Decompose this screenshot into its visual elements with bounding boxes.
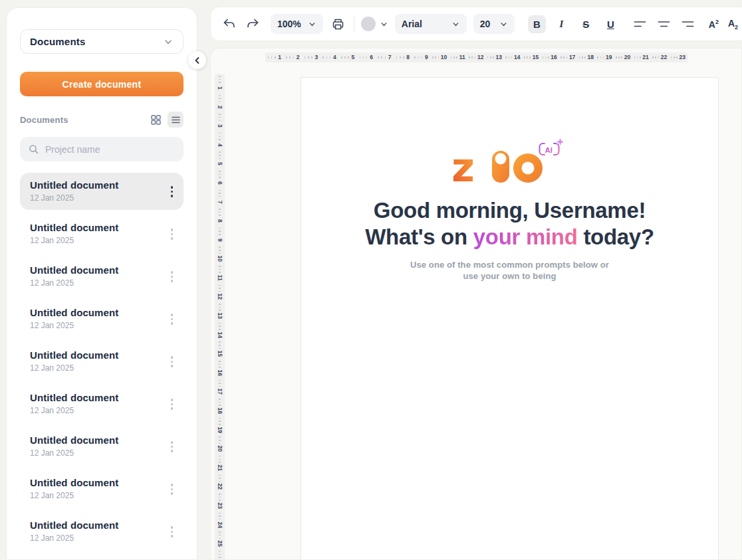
document-item-text: Untitled document12 Jan 2025 [30,349,118,380]
document-list-item[interactable]: Untitled document12 Jan 2025 [20,343,184,380]
printer-icon [331,17,345,31]
sparkle-plus-icon [558,140,562,144]
document-list-item[interactable]: Untitled document12 Jan 2025 [20,513,184,550]
document-title: Untitled document [30,222,118,233]
subtitle-line1: Use one of the most common prompts below… [410,259,609,270]
text-color-picker[interactable] [361,17,388,31]
document-title: Untitled document [30,392,118,403]
align-center-button[interactable] [656,15,673,33]
font-family-value: Arial [402,19,422,29]
view-toggles [148,112,184,128]
document-item-text: Untitled document12 Jan 2025 [30,264,118,295]
document-title: Untitled document [30,519,118,531]
subscript-base: A [728,18,735,29]
ai-badge-label: AI [545,146,553,154]
document-item-text: Untitled document12 Jan 2025 [30,222,118,252]
chevron-down-icon [380,20,388,29]
document-type-dropdown[interactable]: Documents [20,29,184,54]
document-date: 12 Jan 2025 [30,363,118,373]
font-size-value: 20 [480,19,491,29]
bold-button[interactable]: B [528,15,546,33]
document-list-item[interactable]: Untitled document12 Jan 2025 [20,428,184,465]
document-title: Untitled document [30,434,118,446]
subscript-button[interactable]: A2 [727,17,739,32]
sidebar: Documents Create document Documents Unti… [6,7,197,560]
greeting-highlight: your mind [473,225,578,249]
grid-view-button[interactable] [148,112,164,128]
align-right-icon [681,20,694,29]
list-view-button[interactable] [168,112,184,128]
undo-button[interactable] [220,15,237,33]
document-list-item[interactable]: Untitled document12 Jan 2025 [20,173,184,210]
greeting-line2-suffix: today? [583,225,654,249]
font-family-select[interactable]: Arial [395,14,467,34]
ai-badge: AI [539,140,562,155]
zoom-select[interactable]: 100% [271,14,323,34]
document-item-menu-button[interactable] [168,395,176,414]
print-button[interactable] [330,15,347,33]
document-item-menu-button[interactable] [168,480,176,499]
document-item-menu-button[interactable] [168,182,176,201]
horizontal-ruler[interactable]: 1234567891011121314151617181920212223 [265,52,688,62]
document-date: 12 Jan 2025 [30,448,118,458]
chevron-left-icon [193,56,201,64]
sidebar-collapse-button[interactable] [188,51,206,69]
greeting-line2-prefix: What's on [365,225,467,249]
document-page[interactable]: z AI Good morning, Username! What's on [301,77,719,560]
document-item-menu-button[interactable] [168,522,176,541]
document-item-text: Untitled document12 Jan 2025 [30,179,118,210]
chevron-down-icon [499,20,508,29]
chevron-down-icon [308,20,316,29]
align-left-icon [634,20,646,29]
greeting-subtitle: Use one of the most common prompts below… [410,259,609,282]
align-left-button[interactable] [632,15,649,33]
document-list-item[interactable]: Untitled document12 Jan 2025 [20,470,184,508]
document-item-menu-button[interactable] [168,225,176,244]
document-item-text: Untitled document12 Jan 2025 [30,434,118,465]
zio-logo: z AI [453,139,566,187]
underline-button[interactable]: U [602,15,620,33]
logo-letter-z: z [453,144,475,187]
document-list-item[interactable]: Untitled document12 Jan 2025 [20,300,184,337]
create-document-button[interactable]: Create document [20,72,184,96]
document-date: 12 Jan 2025 [30,278,118,288]
strikethrough-button[interactable]: S [577,15,595,33]
document-title: Untitled document [30,477,118,488]
document-date: 12 Jan 2025 [30,533,118,543]
document-title: Untitled document [30,307,118,318]
documents-section-label: Documents [20,115,68,125]
font-size-select[interactable]: 20 [473,14,515,34]
document-item-menu-button[interactable] [168,310,176,329]
search-box[interactable] [20,137,184,161]
editor-toolbar: 100% Arial 20 B I S U A2 A2 [210,7,742,41]
search-input[interactable] [45,144,176,155]
document-item-text: Untitled document12 Jan 2025 [30,477,118,508]
document-date: 12 Jan 2025 [30,321,118,330]
redo-button[interactable] [244,15,261,33]
document-item-menu-button[interactable] [168,437,176,456]
align-center-icon [658,20,670,29]
superscript-button[interactable]: A2 [707,17,720,31]
toolbar-divider [354,15,354,33]
document-list-item[interactable]: Untitled document12 Jan 2025 [20,258,184,295]
document-date: 12 Jan 2025 [30,236,118,245]
document-list: Untitled document12 Jan 2025Untitled doc… [20,173,184,550]
superscript-mark: 2 [715,19,719,25]
editor-canvas: 1234567891011121314151617181920212223 12… [210,48,742,560]
document-date: 12 Jan 2025 [30,406,118,415]
vertical-ruler[interactable]: 1234567891011121314151617181920212223242… [215,74,225,560]
superscript-base: A [709,19,715,29]
document-item-menu-button[interactable] [168,267,176,286]
text-color-swatch [361,17,376,31]
undo-icon [222,17,236,31]
document-list-item[interactable]: Untitled document12 Jan 2025 [20,215,184,252]
grid-view-icon [150,114,162,126]
align-right-button[interactable] [680,15,697,33]
italic-button[interactable]: I [553,15,570,33]
document-list-item[interactable]: Untitled document12 Jan 2025 [20,385,184,422]
document-title: Untitled document [30,264,118,276]
zoom-value: 100% [277,19,301,29]
chevron-down-icon [163,37,174,47]
document-item-menu-button[interactable] [168,352,176,371]
redo-icon [246,17,260,31]
